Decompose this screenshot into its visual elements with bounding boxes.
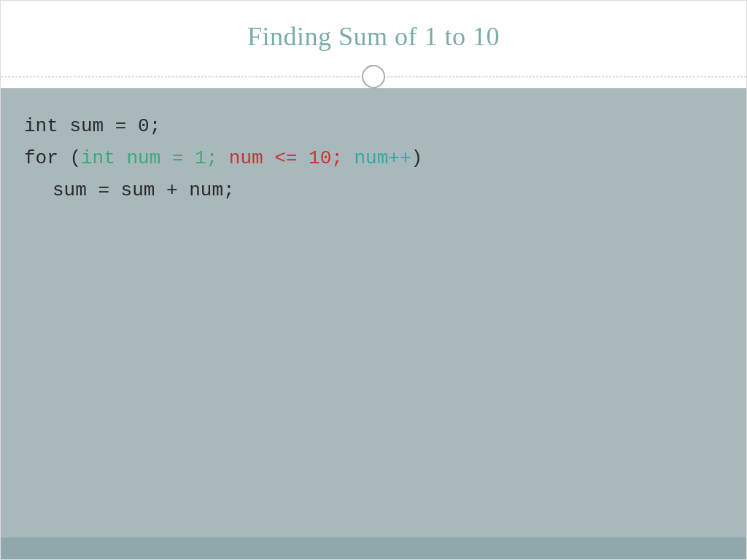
slide-header: Finding Sum of 1 to 10: [1, 1, 746, 65]
slide: Finding Sum of 1 to 10 int sum = 0; for …: [0, 0, 747, 560]
slide-title: Finding Sum of 1 to 10: [15, 21, 732, 65]
code-block: int sum = 0; for (int num = 1; num <= 10…: [24, 110, 723, 207]
code-line-2: for (int num = 1; num <= 10; num++): [24, 142, 723, 174]
slide-footer: [1, 537, 746, 559]
code-line-1: int sum = 0;: [24, 110, 723, 142]
code-token-increment: num++: [343, 147, 411, 169]
code-token-paren: ): [411, 147, 423, 169]
code-token-condition: num <= 10;: [217, 147, 343, 169]
code-token: int sum = 0;: [24, 115, 160, 137]
divider: [1, 65, 746, 88]
code-token-for: for (: [24, 147, 81, 169]
divider-circle: [362, 65, 385, 88]
code-line-3: sum = sum + num;: [24, 174, 723, 206]
code-token-init: int num = 1;: [81, 147, 217, 169]
code-token-body: sum = sum + num;: [53, 179, 235, 201]
content-area: int sum = 0; for (int num = 1; num <= 10…: [1, 88, 746, 537]
